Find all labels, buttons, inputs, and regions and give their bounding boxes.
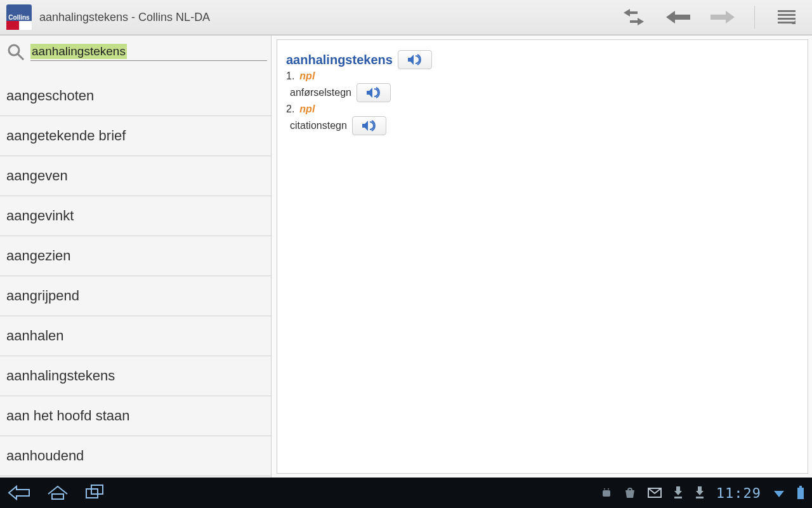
translation-line: anførselstegn xyxy=(286,83,799,102)
system-bar: 11:29 xyxy=(0,478,812,508)
sense-number: 1. xyxy=(286,70,294,82)
headword-row: aanhalingstekens xyxy=(286,50,799,69)
download-icon xyxy=(673,486,683,499)
svg-point-19 xyxy=(604,488,605,490)
svg-point-20 xyxy=(608,488,609,490)
list-item[interactable]: aangeschoten xyxy=(0,76,271,116)
search-input[interactable]: aanhalingstekens xyxy=(30,44,267,61)
battery-icon xyxy=(797,486,804,500)
app-window: Collins aanhalingstekens - Collins NL-DA xyxy=(0,0,812,478)
sense-line: 2. npl xyxy=(286,104,799,115)
search-query-text: aanhalingstekens xyxy=(30,44,127,59)
svg-marker-14 xyxy=(9,486,29,499)
svg-point-9 xyxy=(9,45,19,55)
download-icon xyxy=(695,486,705,499)
toolbar: Collins aanhalingstekens - Collins NL-DA xyxy=(0,0,812,36)
app-icon[interactable]: Collins xyxy=(6,4,32,30)
list-item[interactable]: aanhalingstekens xyxy=(0,356,271,396)
menu-button[interactable] xyxy=(774,4,799,30)
android-icon xyxy=(601,486,612,499)
svg-rect-6 xyxy=(778,18,796,20)
translation-text: citationstegn xyxy=(286,120,347,131)
toolbar-actions xyxy=(621,4,806,30)
system-status[interactable]: 11:29 xyxy=(601,485,804,501)
page-title: aanhalingstekens - Collins NL-DA xyxy=(39,11,621,24)
wifi-icon xyxy=(773,487,785,498)
svg-marker-12 xyxy=(367,88,372,98)
svg-marker-11 xyxy=(408,55,414,65)
clock: 11:29 xyxy=(716,485,761,501)
sense-number: 2. xyxy=(286,104,294,115)
grammar-label: npl xyxy=(299,70,315,82)
svg-rect-28 xyxy=(797,488,804,499)
svg-marker-24 xyxy=(696,486,704,495)
nav-home-icon[interactable] xyxy=(47,484,69,502)
svg-marker-26 xyxy=(774,491,784,497)
svg-rect-27 xyxy=(799,486,802,488)
list-item[interactable]: aanhoudend xyxy=(0,436,271,476)
list-item[interactable]: aanhalen xyxy=(0,316,271,356)
left-pane: aanhalingstekens aangeschoten aangeteken… xyxy=(0,36,272,478)
svg-marker-1 xyxy=(630,18,644,25)
system-nav xyxy=(8,484,105,502)
audio-button[interactable] xyxy=(352,116,386,135)
list-item[interactable]: aan het hoofd staan xyxy=(0,396,271,436)
headword: aanhalingstekens xyxy=(286,53,393,67)
list-item[interactable]: aangeven xyxy=(0,156,271,196)
mail-icon xyxy=(648,488,662,498)
svg-rect-5 xyxy=(778,14,796,16)
svg-rect-18 xyxy=(603,490,610,497)
list-item[interactable]: aangetekende brief xyxy=(0,116,271,156)
shop-icon xyxy=(624,486,636,499)
nav-back-icon[interactable] xyxy=(8,484,30,502)
sense-line: 1. npl xyxy=(286,70,799,82)
toolbar-divider xyxy=(754,6,755,29)
svg-marker-22 xyxy=(674,486,682,495)
nav-recent-icon[interactable] xyxy=(85,484,105,502)
audio-button[interactable] xyxy=(398,50,432,69)
list-item[interactable]: aangezien xyxy=(0,236,271,276)
forward-button[interactable] xyxy=(710,4,735,30)
svg-marker-3 xyxy=(710,11,735,23)
search-icon[interactable] xyxy=(4,43,28,61)
svg-line-10 xyxy=(18,54,23,60)
svg-marker-13 xyxy=(362,121,368,131)
list-item[interactable]: aangevinkt xyxy=(0,196,271,236)
svg-marker-2 xyxy=(666,11,690,23)
svg-marker-0 xyxy=(624,9,638,17)
word-list[interactable]: aangeschoten aangetekende brief aangeven… xyxy=(0,76,271,478)
translation-line: citationstegn xyxy=(286,116,799,135)
svg-rect-15 xyxy=(52,494,63,499)
main-area: aanhalingstekens aangeschoten aangeteken… xyxy=(0,36,812,478)
back-button[interactable] xyxy=(665,4,691,30)
swap-direction-button[interactable] xyxy=(621,4,646,30)
translation-text: anførselstegn xyxy=(286,87,351,98)
audio-button[interactable] xyxy=(357,83,391,102)
app-icon-label: Collins xyxy=(8,14,29,21)
svg-rect-23 xyxy=(674,497,682,498)
search-row: aanhalingstekens xyxy=(0,36,271,66)
list-item[interactable]: aangrijpend xyxy=(0,276,271,316)
svg-rect-25 xyxy=(696,497,704,498)
grammar-label: npl xyxy=(299,104,315,115)
entry-pane: aanhalingstekens 1. npl anførselstegn xyxy=(277,39,808,474)
svg-rect-4 xyxy=(778,10,796,12)
